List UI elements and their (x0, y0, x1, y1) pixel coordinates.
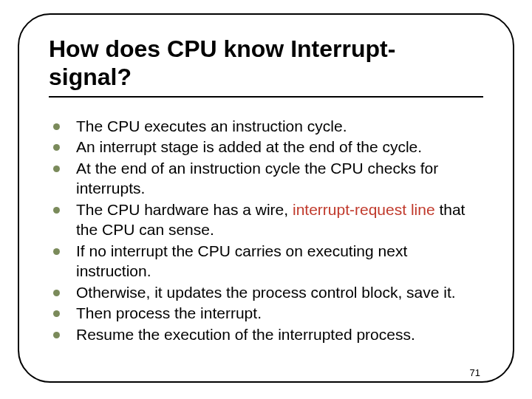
bullet-icon (53, 207, 60, 214)
bullet-text: Otherwise, it updates the process contro… (76, 283, 483, 303)
text-segment: The CPU executes an instruction cycle. (76, 117, 347, 134)
bullet-icon (53, 166, 60, 172)
slide-frame: How does CPU know Interrupt- signal? The… (18, 13, 514, 383)
list-item: Resume the execution of the interrupted … (53, 325, 483, 345)
bullet-icon (53, 123, 60, 130)
slide-title: How does CPU know Interrupt- signal? (49, 35, 483, 92)
list-item: An interrupt stage is added at the end o… (53, 137, 483, 157)
bullet-icon (53, 332, 60, 338)
slide: How does CPU know Interrupt- signal? The… (0, 0, 532, 399)
text-segment: If no interrupt the CPU carries on execu… (76, 242, 407, 279)
bullet-text: The CPU hardware has a wire, interrupt-r… (76, 200, 483, 240)
bullet-text: An interrupt stage is added at the end o… (76, 137, 483, 157)
bullet-text: Resume the execution of the interrupted … (76, 325, 483, 345)
bullet-list: The CPU executes an instruction cycle. A… (49, 117, 483, 346)
list-item: Otherwise, it updates the process contro… (53, 283, 483, 303)
text-segment: Then process the interrupt. (76, 304, 262, 321)
text-segment: An interrupt stage is added at the end o… (76, 138, 422, 155)
title-line-1: How does CPU know Interrupt- (49, 35, 395, 62)
title-line-2: signal? (49, 64, 132, 90)
text-segment: At the end of an instruction cycle the C… (76, 160, 438, 197)
bullet-icon (53, 290, 60, 296)
list-item: Then process the interrupt. (53, 304, 483, 324)
title-rule (49, 96, 483, 98)
bullet-icon (53, 144, 60, 151)
text-segment: Otherwise, it updates the process contro… (76, 284, 456, 301)
bullet-icon (53, 310, 60, 317)
bullet-text: At the end of an instruction cycle the C… (76, 159, 483, 199)
list-item: The CPU hardware has a wire, interrupt-r… (53, 200, 483, 240)
text-segment: The CPU hardware has a wire, (76, 201, 293, 218)
bullet-icon (53, 248, 60, 255)
text-segment: Resume the execution of the interrupted … (76, 326, 415, 343)
highlight-segment: interrupt-request line (293, 201, 435, 218)
page-number: 71 (470, 367, 480, 378)
bullet-text: Then process the interrupt. (76, 304, 483, 324)
bullet-text: The CPU executes an instruction cycle. (76, 117, 483, 137)
list-item: If no interrupt the CPU carries on execu… (53, 242, 483, 282)
bullet-text: If no interrupt the CPU carries on execu… (76, 242, 483, 282)
list-item: At the end of an instruction cycle the C… (53, 159, 483, 199)
list-item: The CPU executes an instruction cycle. (53, 117, 483, 137)
